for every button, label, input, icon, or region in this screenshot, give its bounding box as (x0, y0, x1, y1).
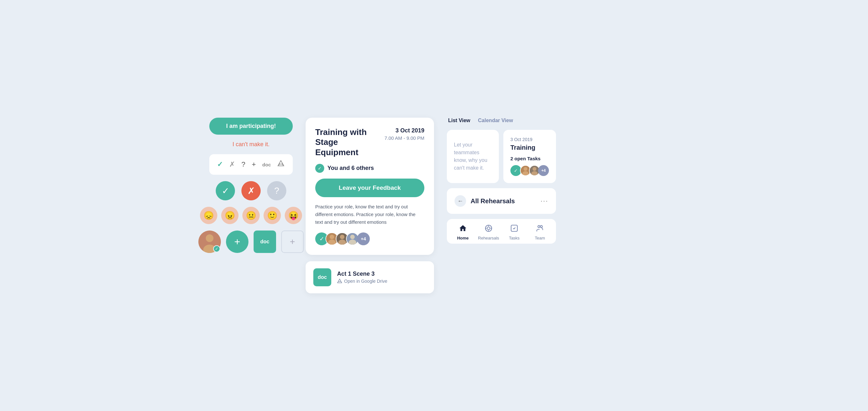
action-row: ✓ + doc + (198, 231, 304, 253)
right-panel: List View Calendar View Let your teammat… (447, 118, 556, 244)
avatar-extra-count: +4 (357, 233, 370, 245)
training-mini-title: Training (510, 144, 549, 151)
svg-point-11 (340, 235, 344, 239)
cant-make-card-text: Let your teammates know, why you can't m… (454, 141, 492, 172)
doc-label[interactable]: doc (262, 162, 271, 167)
add-person-button[interactable]: + (226, 231, 248, 253)
question-icon[interactable]: ? (241, 160, 245, 169)
emoji-row: 😞 😠 😐 🙂 😝 (200, 207, 302, 224)
cross-icon[interactable]: ✗ (229, 160, 235, 169)
t-avatar-extra: +4 (538, 165, 549, 176)
status-question-button[interactable]: ? (267, 181, 286, 200)
doc-card-info: Act 1 Scene 3 Open in Google Drive (337, 271, 388, 284)
card-title: Training with Stage Equipment (315, 127, 375, 158)
doc-box-button[interactable]: doc (254, 231, 276, 253)
t-check-icon: ✓ (510, 165, 521, 176)
card-time: 7.00 AM - 9.00 PM (384, 135, 424, 141)
svg-point-14 (350, 235, 355, 239)
cant-make-link[interactable]: I can't make it. (232, 141, 269, 148)
icon-row: ✓ ✗ ? + doc (209, 154, 293, 175)
svg-point-24 (487, 227, 490, 230)
bottom-nav: Home Rehearsals (447, 219, 556, 244)
view-tabs: List View Calendar View (447, 118, 556, 125)
attendees-row: ✓ You and 6 others (315, 164, 424, 173)
list-view-tab[interactable]: List View (448, 118, 470, 125)
open-tasks-label: 2 open Tasks (510, 156, 549, 161)
nav-team[interactable]: Team (527, 224, 553, 240)
svg-point-31 (538, 226, 540, 228)
emoji-neutral[interactable]: 😐 (242, 207, 260, 224)
cant-make-card: Let your teammates know, why you can't m… (447, 130, 499, 183)
rehearsals-left: ← All Rehearsals (455, 195, 515, 207)
card-description: Practice your role, know the text and tr… (315, 203, 424, 226)
user-avatar-container: ✓ (198, 231, 221, 253)
svg-point-19 (524, 167, 527, 171)
card-header: Training with Stage Equipment 3 Oct 2019… (315, 127, 424, 158)
all-rehearsals-card: ← All Rehearsals ··· (447, 188, 556, 214)
card-date-time: 3 Oct 2019 7.00 AM - 9.00 PM (384, 127, 424, 141)
training-mini-date: 3 Oct 2019 (510, 137, 549, 142)
right-cards-row: Let your teammates know, why you can't m… (447, 130, 556, 183)
emoji-angry[interactable]: 😠 (221, 207, 239, 224)
svg-marker-16 (337, 279, 342, 283)
all-rehearsals-title: All Rehearsals (471, 198, 515, 205)
main-container: I am participating! I can't make it. ✓ ✗… (209, 118, 659, 293)
attendees-text: You and 6 others (328, 165, 374, 172)
plus-icon[interactable]: + (252, 160, 256, 169)
svg-point-32 (540, 226, 542, 228)
doc-card-icon: doc (313, 268, 331, 286)
emoji-excited[interactable]: 😝 (285, 207, 302, 224)
rehearsals-icon (485, 224, 493, 234)
svg-point-8 (330, 235, 334, 239)
nav-home-label: Home (457, 236, 469, 240)
nav-rehearsals-label: Rehearsals (478, 236, 499, 240)
status-cross-button[interactable]: ✗ (241, 181, 261, 200)
participate-button[interactable]: I am participating! (209, 118, 293, 135)
team-icon (536, 224, 544, 234)
add-square-button[interactable]: + (281, 231, 304, 253)
feedback-button[interactable]: Leave your Feedback (315, 178, 424, 197)
more-options-button[interactable]: ··· (540, 197, 548, 205)
status-circles: ✓ ✗ ? (216, 181, 286, 200)
nav-rehearsals[interactable]: Rehearsals (476, 224, 501, 240)
back-button[interactable]: ← (455, 195, 466, 207)
left-panel: I am participating! I can't make it. ✓ ✗… (209, 118, 293, 253)
attendees-check-icon: ✓ (315, 164, 324, 173)
home-icon (459, 224, 467, 234)
emoji-happy[interactable]: 🙂 (264, 207, 281, 224)
status-check-button[interactable]: ✓ (216, 181, 235, 200)
tasks-icon (510, 224, 519, 234)
doc-card[interactable]: doc Act 1 Scene 3 Open in Google Drive (306, 261, 434, 293)
main-rehearsal-card: Training with Stage Equipment 3 Oct 2019… (306, 118, 434, 255)
nav-team-label: Team (535, 236, 545, 240)
training-mini-avatars: ✓ +4 (510, 165, 549, 176)
svg-point-5 (206, 234, 214, 242)
emoji-sad[interactable]: 😞 (200, 207, 217, 224)
doc-card-title: Act 1 Scene 3 (337, 271, 388, 277)
drive-icon[interactable] (277, 160, 284, 169)
check-icon[interactable]: ✓ (217, 160, 223, 169)
training-mini-card: 3 Oct 2019 Training 2 open Tasks ✓ +4 (503, 130, 556, 183)
nav-home[interactable]: Home (450, 224, 476, 240)
nav-tasks[interactable]: Tasks (501, 224, 527, 240)
nav-tasks-label: Tasks (509, 236, 519, 240)
doc-card-subtitle: Open in Google Drive (337, 279, 388, 284)
card-avatar-group: ✓ +4 (315, 233, 424, 245)
center-panel: Training with Stage Equipment 3 Oct 2019… (306, 118, 434, 293)
card-date: 3 Oct 2019 (384, 127, 424, 134)
calendar-view-tab[interactable]: Calendar View (478, 118, 513, 125)
avatar-check-badge: ✓ (213, 245, 220, 252)
svg-point-22 (532, 167, 536, 171)
